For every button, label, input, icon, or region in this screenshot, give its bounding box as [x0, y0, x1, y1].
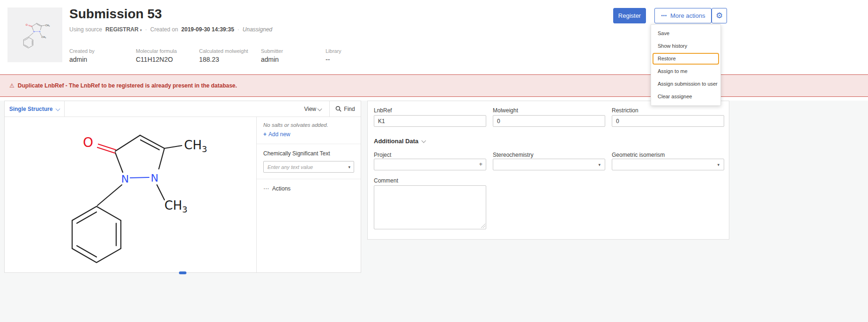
plus-icon: +: [263, 131, 267, 138]
molecule-drawing: [5, 117, 256, 273]
view-dropdown[interactable]: View: [304, 101, 321, 117]
chevron-down-icon: [56, 107, 60, 111]
chevron-down-icon: [318, 107, 322, 111]
alert-banner: ⚠ Duplicate LnbRef - The LnbRef to be re…: [0, 74, 868, 97]
menu-item-restore[interactable]: Restore: [653, 53, 719, 65]
created-on-label: Created on: [150, 26, 178, 33]
chevron-down-icon: ▾: [598, 162, 601, 167]
register-button[interactable]: Register: [613, 8, 646, 23]
structure-panel: Single Structure View Find No salts or s…: [4, 101, 361, 273]
separator-dot: ·: [237, 26, 239, 33]
restriction-label: Restriction: [612, 107, 638, 114]
molweight-label: Molweight: [493, 107, 518, 114]
menu-item-save[interactable]: Save: [651, 27, 720, 40]
molweight-input[interactable]: [493, 115, 605, 127]
comment-field: [374, 185, 486, 229]
project-input[interactable]: [374, 159, 486, 170]
cst-dropdown-caret-icon[interactable]: ▾: [348, 164, 350, 169]
structure-panel-header: Single Structure View Find: [5, 101, 361, 117]
add-new-button[interactable]: +Add new: [263, 131, 354, 138]
details-panel: LnbRef Molweight Restriction Additional …: [367, 101, 729, 240]
meta-submitter: Submitter admin: [261, 48, 283, 63]
lnbref-label: LnbRef: [374, 107, 392, 114]
actions-menu: Save Show history Restore Assign to me A…: [651, 24, 721, 106]
geometric-isomerism-select[interactable]: ▾: [612, 159, 724, 170]
additional-data-toggle[interactable]: Additional Data: [374, 138, 425, 145]
divider: [257, 144, 361, 144]
comment-textarea[interactable]: [374, 185, 486, 229]
structure-thumbnail: [7, 7, 62, 62]
project-combo: +: [374, 159, 486, 170]
menu-item-assign-to-me[interactable]: Assign to me: [651, 65, 720, 78]
cst-combo: ▾: [263, 161, 354, 173]
more-actions-button[interactable]: ⋯ More actions: [654, 8, 712, 23]
cst-label: Chemically Significant Text: [263, 150, 354, 157]
stereochemistry-select[interactable]: ▾: [493, 159, 605, 170]
search-icon: [335, 106, 341, 112]
menu-item-show-history[interactable]: Show history: [651, 40, 720, 52]
actions-button[interactable]: ⋯Actions: [263, 185, 354, 192]
structure-canvas[interactable]: [5, 117, 256, 273]
structure-mode-select[interactable]: Single Structure: [5, 101, 65, 117]
chevron-down-icon: [422, 139, 426, 143]
source-select[interactable]: REGISTRAR▾: [105, 26, 142, 33]
stereochemistry-label: Stereochemistry: [493, 152, 534, 158]
page-title: Submission 53: [69, 7, 162, 22]
menu-item-assign-submission-to-user[interactable]: Assign submission to user: [651, 78, 720, 90]
menu-item-clear-assignee[interactable]: Clear assignee: [651, 90, 720, 103]
comment-label: Comment: [374, 177, 398, 184]
project-label: Project: [374, 152, 391, 158]
meta-molecular-formula: Molecular formula C11H12N2O: [136, 48, 177, 63]
ellipsis-icon: ⋯: [661, 12, 668, 19]
using-source-label: Using source: [69, 26, 102, 33]
gear-icon: ⚙: [716, 11, 723, 21]
meta-created-by: Created by admin: [69, 48, 95, 63]
meta-library: Library --: [326, 48, 341, 63]
chevron-down-icon: ▾: [717, 162, 720, 167]
chevron-down-icon: ▾: [140, 28, 142, 32]
geometric-isomerism-label: Geometric isomerism: [612, 152, 665, 158]
settings-gear-button[interactable]: ⚙: [712, 8, 727, 23]
submission-subline: Using source REGISTRAR▾ · Created on 201…: [69, 26, 272, 33]
lnbref-input[interactable]: [374, 115, 486, 127]
separator-dot: ·: [145, 26, 147, 33]
find-button[interactable]: Find: [329, 101, 361, 117]
warning-icon: ⚠: [9, 82, 15, 89]
salts-empty-text: No salts or solvates added.: [263, 122, 354, 128]
salts-column: No salts or solvates added. +Add new Che…: [257, 117, 361, 272]
ellipsis-icon: ⋯: [263, 185, 269, 192]
app-root: Submission 53 Using source REGISTRAR▾ · …: [0, 0, 868, 322]
resize-grip-icon[interactable]: [481, 223, 485, 228]
canvas-resize-handle[interactable]: [179, 271, 186, 274]
created-on-value: 2019-09-30 14:39:35: [181, 26, 234, 33]
alert-text: Duplicate LnbRef - The LnbRef to be regi…: [18, 82, 237, 89]
meta-calculated-molweight: Calculated molweight 188.23: [199, 48, 248, 63]
molecule-thumbnail-drawing: [10, 20, 59, 50]
divider: [257, 179, 361, 179]
assignee-status: Unassigned: [243, 26, 272, 33]
restriction-input[interactable]: [612, 115, 724, 127]
cst-input[interactable]: [263, 161, 354, 173]
project-add-button[interactable]: +: [479, 161, 482, 168]
